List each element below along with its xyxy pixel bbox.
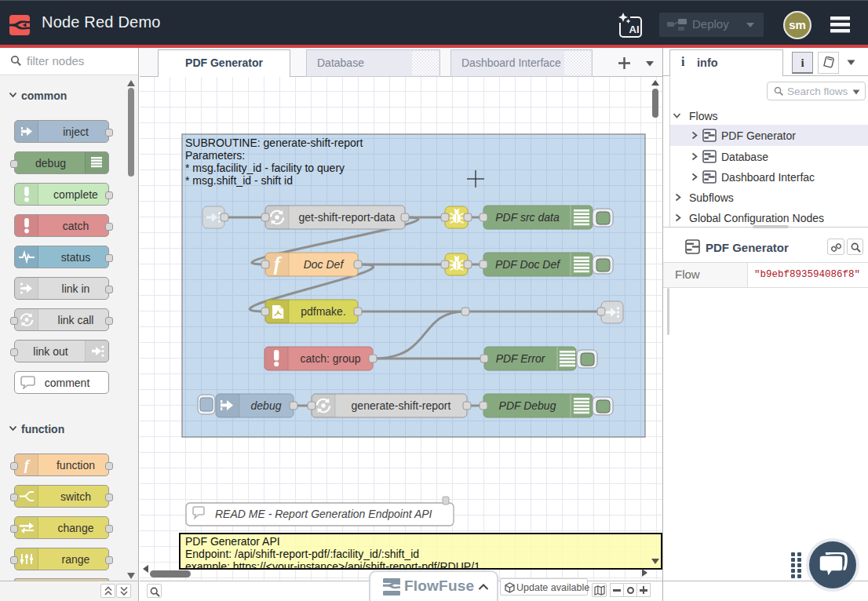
svg-text:* msg.shift_id - shift id: * msg.shift_id - shift id: [185, 174, 293, 187]
svg-text:get-shift-report-data: get-shift-report-data: [299, 211, 396, 224]
svg-text:PDF Doc Def: PDF Doc Def: [495, 258, 561, 271]
svg-text:* msg.facility_id - facility t: * msg.facility_id - facility to query: [185, 162, 345, 174]
svg-text:generate-shift-report: generate-shift-report: [352, 399, 451, 412]
svg-text:AI: AI: [629, 24, 640, 35]
svg-text:PDF Error: PDF Error: [496, 352, 546, 365]
svg-text:Doc Def: Doc Def: [304, 258, 345, 271]
svg-text:READ ME - Report Generation En: READ ME - Report Generation Endpoint API: [215, 508, 432, 520]
svg-text:Parameters:: Parameters:: [185, 149, 245, 162]
svg-text:PDF Debug: PDF Debug: [499, 399, 556, 412]
svg-text:PDF Generator API: PDF Generator API: [185, 535, 280, 548]
svg-text:PDF src data: PDF src data: [495, 211, 560, 224]
svg-text:SUBROUTINE: generate-shift-rep: SUBROUTINE: generate-shift-report: [185, 137, 363, 149]
svg-text:catch: group: catch: group: [300, 352, 360, 365]
svg-text:debug: debug: [251, 399, 282, 412]
svg-text:Endpoint: /api/shift-report-pd: Endpoint: /api/shift-report-pdf/:facilit…: [185, 548, 419, 560]
svg-text:pdfmake.: pdfmake.: [301, 305, 346, 318]
